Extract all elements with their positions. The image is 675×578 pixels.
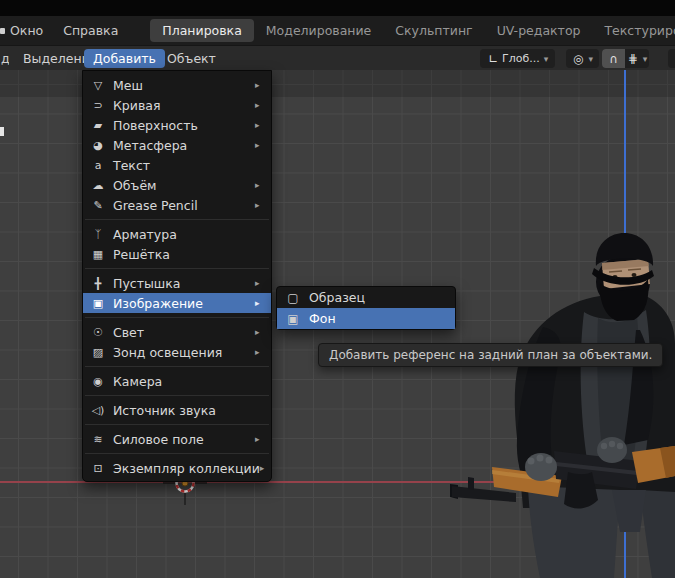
menu-item-lattice[interactable]: ▦ Решётка	[83, 244, 271, 264]
snap-increment-icon[interactable]: ⋕	[625, 52, 641, 66]
collection-instance-icon: ⊡	[83, 462, 113, 475]
chevron-down-icon: ▾	[641, 54, 650, 64]
metaball-icon: ◕	[83, 139, 113, 152]
menu-item-label: Силовое поле	[113, 432, 255, 447]
background-image-icon: ▣	[277, 312, 309, 326]
menu-separator	[85, 366, 269, 367]
menu-item-light[interactable]: ☉ Свет ▸	[83, 322, 271, 342]
add-menu-button[interactable]: Добавить	[84, 49, 165, 68]
menu-separator	[85, 424, 269, 425]
tab-texturing[interactable]: Текстурирование	[592, 19, 675, 42]
text-icon: a	[83, 159, 113, 172]
tab-modeling[interactable]: Моделирование	[254, 19, 383, 42]
window-titlebar	[0, 0, 675, 16]
image-icon: ▣	[83, 297, 113, 310]
menu-item-curve[interactable]: ⊃ Кривая ▸	[83, 95, 271, 115]
menu-item-label: Источник звука	[113, 403, 271, 418]
grease-pencil-icon: ✎	[83, 199, 113, 212]
menu-item-text[interactable]: a Текст	[83, 155, 271, 175]
menu-item-collection-instance[interactable]: ⊡ Экземпляр коллекции ▸	[83, 458, 271, 478]
clipped-overlay-fragment	[0, 127, 4, 136]
clipped-view-menu[interactable]: д	[1, 51, 9, 66]
menu-item-label: Камера	[113, 374, 271, 389]
transform-orientation-icon: ∟	[485, 52, 501, 66]
magnet-icon: ∩	[606, 52, 621, 66]
submenu-item-reference[interactable]: ▢ Образец	[277, 287, 455, 308]
speaker-icon: ◁)	[83, 404, 113, 417]
camera-icon: ◉	[83, 375, 113, 388]
menu-item-label: Объём	[113, 178, 255, 193]
menu-item-label: Поверхность	[113, 118, 255, 133]
menu-item-label: Решётка	[113, 247, 271, 262]
menu-item-empty[interactable]: ╋ Пустышка ▸	[83, 273, 271, 293]
menu-item-label: Свет	[113, 325, 255, 340]
menu-item-label: Метасфера	[113, 138, 255, 153]
submenu-arrow-icon: ▸	[255, 200, 271, 210]
volume-icon: ☁	[83, 179, 113, 192]
menubar: Окно Справка Планировка Моделирование Ск…	[0, 16, 675, 45]
menu-item-force-field[interactable]: ≋ Силовое поле ▸	[83, 429, 271, 449]
menu-separator	[85, 219, 269, 220]
menu-item-label: Grease Pencil	[113, 198, 255, 213]
menu-item-label: Кривая	[113, 98, 255, 113]
pivot-point-dropdown[interactable]: ◎ ▾	[566, 49, 599, 68]
menu-item-light-probe[interactable]: ▨ Зонд освещения ▸	[83, 342, 271, 362]
surface-icon: ▰	[83, 119, 113, 132]
submenu-arrow-icon: ▸	[255, 327, 271, 337]
menu-item-label: Пустышка	[113, 276, 255, 291]
menu-separator	[85, 395, 269, 396]
submenu-arrow-icon: ▸	[255, 140, 271, 150]
transform-orientation-dropdown[interactable]: ∟ Глоб... ▾	[480, 49, 555, 68]
submenu-arrow-icon: ▸	[255, 80, 271, 90]
reference-image-icon: ▢	[277, 291, 309, 305]
submenu-item-label: Образец	[309, 290, 455, 305]
curve-icon: ⊃	[83, 99, 113, 112]
menu-item-grease-pencil[interactable]: ✎ Grease Pencil ▸	[83, 195, 271, 215]
force-field-icon: ≋	[83, 433, 113, 446]
menu-item-volume[interactable]: ☁ Объём ▸	[83, 175, 271, 195]
light-icon: ☉	[83, 326, 113, 339]
submenu-arrow-icon: ▸	[255, 180, 271, 190]
submenu-arrow-icon: ▸	[255, 100, 271, 110]
empty-icon: ╋	[83, 277, 113, 290]
menu-item-surface[interactable]: ▰ Поверхность ▸	[83, 115, 271, 135]
menu-item-label: Зонд освещения	[113, 345, 255, 360]
menu-item-camera[interactable]: ◉ Камера	[83, 371, 271, 391]
clipped-menu-fragment	[0, 28, 5, 34]
menu-item-image[interactable]: ▣ Изображение ▸	[83, 293, 271, 313]
viewport-header-toolbar: д Выделение Добавить Объект ∟ Глоб... ▾ …	[0, 45, 675, 70]
reference-character	[440, 230, 675, 578]
menu-help[interactable]: Справка	[53, 20, 128, 41]
submenu-arrow-icon: ▸	[255, 120, 271, 130]
pivot-point-icon: ◎	[570, 52, 586, 66]
menu-item-armature[interactable]: ᛉ Арматура	[83, 224, 271, 244]
submenu-arrow-icon: ▸	[255, 298, 271, 308]
lattice-icon: ▦	[83, 248, 113, 261]
submenu-arrow-icon: ▸	[260, 463, 276, 473]
menu-item-metaball[interactable]: ◕ Метасфера ▸	[83, 135, 271, 155]
object-menu-button[interactable]: Объект	[158, 49, 225, 68]
tooltip: Добавить референс на задний план за объе…	[318, 343, 663, 367]
submenu-arrow-icon: ▸	[255, 434, 271, 444]
add-dropdown-menu: ▽ Меш ▸ ⊃ Кривая ▸ ▰ Поверхность ▸ ◕ Мет…	[82, 70, 272, 482]
image-submenu: ▢ Образец ▣ Фон	[276, 286, 456, 330]
proportional-editing-button[interactable]: ◉	[668, 49, 675, 68]
tab-uv-editor[interactable]: UV-редактор	[485, 19, 593, 42]
workspace-tabs: Планировка Моделирование Скульптинг UV-р…	[150, 19, 675, 42]
submenu-arrow-icon: ▸	[255, 278, 271, 288]
transform-orientation-label: Глоб...	[501, 52, 542, 65]
light-probe-icon: ▨	[83, 346, 113, 359]
mesh-icon: ▽	[83, 79, 113, 92]
submenu-item-label: Фон	[309, 311, 455, 326]
menu-item-label: Текст	[113, 158, 271, 173]
menu-item-mesh[interactable]: ▽ Меш ▸	[83, 75, 271, 95]
submenu-item-background[interactable]: ▣ Фон	[277, 308, 455, 329]
snap-toggle-button[interactable]: ∩	[602, 49, 625, 68]
chevron-down-icon: ▾	[586, 54, 595, 64]
menu-item-label: Экземпляр коллекции	[113, 461, 260, 476]
menu-item-speaker[interactable]: ◁) Источник звука	[83, 400, 271, 420]
menu-window[interactable]: Окно	[0, 20, 53, 41]
tab-layout[interactable]: Планировка	[150, 19, 254, 42]
submenu-arrow-icon: ▸	[255, 347, 271, 357]
tab-sculpting[interactable]: Скульптинг	[383, 19, 484, 42]
